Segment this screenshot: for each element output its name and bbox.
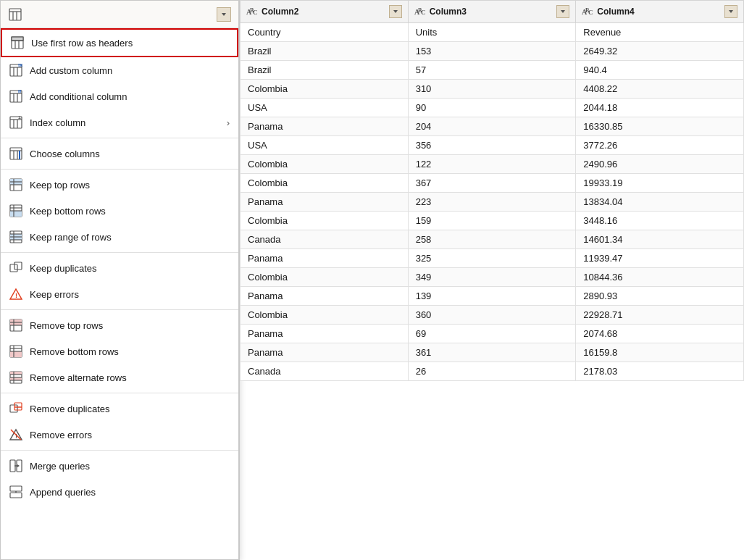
custom-col-icon: fx bbox=[8, 62, 24, 78]
col-dropdown-col2[interactable] bbox=[389, 5, 402, 18]
cell-col3-15: 360 bbox=[408, 306, 576, 325]
column1-icon bbox=[8, 7, 22, 22]
cell-col4-16: 2074.68 bbox=[576, 325, 744, 343]
cell-col2-1: Brazil bbox=[241, 42, 409, 61]
svg-rect-47 bbox=[14, 262, 22, 269]
table-row: Panama32511939.47 bbox=[241, 249, 744, 268]
menu-item-append-queries[interactable]: Append queries bbox=[1, 479, 238, 505]
menu-item-label-remove-bottom-rows: Remove bottom rows bbox=[30, 346, 119, 357]
cell-col4-11: 14601.34 bbox=[576, 230, 744, 249]
menu-item-index-column[interactable]: 1Index column› bbox=[1, 109, 238, 135]
remove-alt-icon bbox=[8, 369, 24, 385]
menu-item-label-remove-errors: Remove errors bbox=[30, 430, 92, 440]
table-row: Brazil57940.4 bbox=[241, 61, 744, 80]
keep-err-icon: ! bbox=[8, 286, 24, 302]
menu-item-label-keep-range-of-rows: Keep range of rows bbox=[30, 232, 112, 243]
col-header-col3: ABC Column3 bbox=[408, 1, 576, 23]
type-icon-col3: ABC bbox=[414, 7, 426, 17]
menu-item-remove-duplicates[interactable]: Remove duplicates bbox=[1, 396, 238, 422]
cell-col2-17: Panama bbox=[241, 343, 409, 362]
table-row: Canada262178.03 bbox=[241, 362, 744, 381]
cell-col2-14: Panama bbox=[241, 287, 409, 306]
menu-item-label-add-conditional-column: Add conditional column bbox=[30, 91, 127, 102]
menu-item-keep-bottom-rows[interactable]: Keep bottom rows bbox=[1, 198, 238, 224]
cell-col2-3: Colombia bbox=[241, 80, 409, 99]
cell-col3-18: 26 bbox=[408, 362, 576, 381]
cell-col3-7: 122 bbox=[408, 155, 576, 174]
cell-col4-5: 16330.85 bbox=[576, 117, 744, 136]
cell-col3-12: 325 bbox=[408, 249, 576, 268]
table-row: Colombia34910844.36 bbox=[241, 268, 744, 287]
table-body: CountryUnitsRevenueBrazil1532649.32Brazi… bbox=[241, 23, 744, 381]
table-header-icon bbox=[9, 35, 25, 51]
menu-item-label-add-custom-column: Add custom column bbox=[30, 65, 112, 76]
col-dropdown-col4[interactable] bbox=[724, 5, 737, 18]
cell-col3-14: 139 bbox=[408, 287, 576, 306]
cell-col2-2: Brazil bbox=[241, 61, 409, 80]
menu-divider-17 bbox=[1, 393, 238, 393]
svg-text:C: C bbox=[253, 9, 258, 16]
menu-item-label-remove-alternate-rows: Remove alternate rows bbox=[30, 372, 127, 383]
col-dropdown-col3[interactable] bbox=[556, 5, 569, 18]
svg-rect-6 bbox=[12, 37, 23, 41]
cell-col4-10: 3448.16 bbox=[576, 212, 744, 230]
cell-col3-4: 90 bbox=[408, 99, 576, 117]
menu-item-label-use-first-row-as-headers: Use first row as headers bbox=[31, 38, 133, 49]
cell-col4-3: 4408.22 bbox=[576, 80, 744, 99]
table-row: USA902044.18 bbox=[241, 99, 744, 117]
cell-col4-14: 2890.93 bbox=[576, 287, 744, 306]
menu-item-keep-duplicates[interactable]: Keep duplicates bbox=[1, 255, 238, 281]
cell-col4-17: 16159.8 bbox=[576, 343, 744, 362]
menu-item-keep-range-of-rows[interactable]: Keep range of rows bbox=[1, 224, 238, 250]
context-menu: Use first row as headersfxAdd custom col… bbox=[0, 0, 239, 560]
cell-col3-17: 361 bbox=[408, 343, 576, 362]
svg-text:if: if bbox=[18, 90, 22, 93]
keep-bottom-icon bbox=[8, 203, 24, 219]
cell-col3-13: 349 bbox=[408, 268, 576, 287]
menu-item-merge-queries[interactable]: Merge queries bbox=[1, 453, 238, 479]
menu-item-keep-top-rows[interactable]: Keep top rows bbox=[1, 172, 238, 198]
column1-dropdown-arrow[interactable] bbox=[217, 7, 231, 22]
menu-item-label-remove-duplicates: Remove duplicates bbox=[30, 404, 110, 414]
svg-rect-78 bbox=[10, 493, 22, 498]
menu-item-add-conditional-column[interactable]: ifAdd conditional column bbox=[1, 83, 238, 109]
menu-item-use-first-row-as-headers[interactable]: Use first row as headers bbox=[1, 28, 238, 57]
data-table-area: ABC Column2 ABC Column3 ABC Column4 bbox=[239, 0, 744, 560]
svg-rect-56 bbox=[10, 351, 22, 357]
menu-item-keep-errors[interactable]: !Keep errors bbox=[1, 281, 238, 307]
menu-items: Use first row as headersfxAdd custom col… bbox=[1, 28, 238, 505]
col-label-col4: Column4 bbox=[597, 7, 634, 17]
svg-text:1: 1 bbox=[18, 116, 21, 120]
cell-col2-5: Panama bbox=[241, 117, 409, 136]
cell-col2-7: Colombia bbox=[241, 155, 409, 174]
table-row: Panama20416330.85 bbox=[241, 117, 744, 136]
cell-col2-0: Country bbox=[241, 23, 409, 42]
svg-rect-46 bbox=[10, 264, 17, 272]
choose-cols-icon bbox=[8, 146, 24, 162]
menu-item-remove-alternate-rows[interactable]: Remove alternate rows bbox=[1, 364, 238, 390]
menu-item-remove-errors[interactable]: !Remove errors bbox=[1, 422, 238, 448]
menu-divider-10 bbox=[1, 252, 238, 253]
menu-item-label-keep-errors: Keep errors bbox=[30, 289, 79, 300]
menu-divider-4 bbox=[1, 138, 238, 138]
cell-col2-9: Panama bbox=[241, 193, 409, 212]
table-header: ABC Column2 ABC Column3 ABC Column4 bbox=[241, 1, 744, 23]
menu-item-remove-top-rows[interactable]: Remove top rows bbox=[1, 312, 238, 338]
table-row: Colombia1593448.16 bbox=[241, 212, 744, 230]
table-row: Colombia36022928.71 bbox=[241, 306, 744, 325]
table-row: USA3563772.26 bbox=[241, 136, 744, 155]
merge-icon bbox=[8, 458, 24, 474]
menu-divider-13 bbox=[1, 309, 238, 310]
svg-marker-83 bbox=[393, 10, 398, 13]
menu-item-remove-bottom-rows[interactable]: Remove bottom rows bbox=[1, 338, 238, 364]
type-icon-col2: ABC bbox=[246, 7, 258, 17]
svg-rect-68 bbox=[14, 403, 22, 410]
svg-text:fx: fx bbox=[18, 64, 22, 67]
cell-col2-10: Colombia bbox=[241, 212, 409, 230]
menu-item-add-custom-column[interactable]: fxAdd custom column bbox=[1, 57, 238, 83]
svg-marker-87 bbox=[561, 10, 565, 13]
svg-text:C: C bbox=[588, 9, 593, 16]
cell-col2-11: Canada bbox=[241, 230, 409, 249]
table-row: Colombia1222490.96 bbox=[241, 155, 744, 174]
menu-item-choose-columns[interactable]: Choose columns bbox=[1, 141, 238, 167]
